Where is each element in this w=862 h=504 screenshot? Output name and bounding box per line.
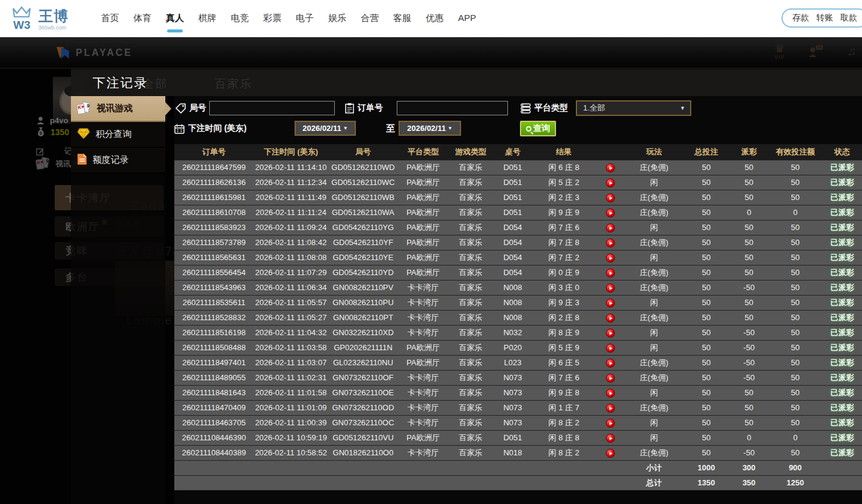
nav-item-lottery[interactable]: 彩票: [256, 7, 289, 30]
transfer-button[interactable]: 转账: [816, 13, 833, 23]
site-logo[interactable]: W3 王博 365wb.com: [8, 5, 69, 32]
bet-records-table: 订单号 下注时间 (美东) 局号 平台类型 游戏类型 桌号 结果 玩法 总投注 …: [174, 144, 862, 490]
table-row: 2602111184704092026-02-11 11:01:09GN0732…: [174, 400, 862, 415]
modal-title-bar: 下注记录 全部 百家乐: [71, 69, 862, 96]
gem-icon: [77, 128, 90, 141]
replay-button[interactable]: [606, 254, 615, 263]
replay-button[interactable]: [606, 419, 615, 428]
calendar-icon: [174, 124, 185, 134]
subtotal-row: 小计 1000 300 900: [174, 460, 862, 475]
table-row: 2602111185084882026-02-11 11:03:58GP0202…: [174, 340, 862, 355]
nav-item-esports[interactable]: 电竞: [224, 7, 256, 30]
replay-button[interactable]: [606, 163, 615, 172]
music-icon[interactable]: ♫: [842, 45, 862, 57]
replay-button[interactable]: [606, 434, 615, 443]
replay-button[interactable]: [606, 299, 615, 308]
date-to-picker[interactable]: 2026/02/11▼: [399, 121, 461, 136]
replay-button[interactable]: [606, 449, 615, 458]
replay-button[interactable]: [606, 193, 615, 202]
vip-icon[interactable]: ♛VIP: [769, 42, 790, 60]
brand-domain: 365wb.com: [38, 25, 69, 31]
date-from-picker[interactable]: 2026/02/11▼: [295, 121, 356, 136]
table-row: 2602111184890552026-02-11 11:02:31GN0732…: [174, 370, 862, 385]
nav-item-sports[interactable]: 体育: [126, 7, 159, 30]
cards-icon: 9K♥: [36, 157, 50, 171]
order-no-label: 订单号: [358, 103, 383, 114]
filter-panel: 局号 订单号: [174, 96, 862, 144]
nav-item-service[interactable]: 客服: [386, 7, 418, 30]
bg-lobby-tab-all: 全部: [142, 76, 168, 92]
deposit-button[interactable]: 存款: [792, 13, 809, 23]
nav-item-entertainment[interactable]: 娱乐: [321, 7, 353, 30]
table-row: 2602111185439632026-02-11 11:06:34GN0082…: [174, 280, 862, 295]
round-no-label: 局号: [189, 103, 206, 114]
nav-item-slots[interactable]: 电子: [289, 7, 321, 30]
col-result: 结果: [533, 144, 595, 160]
platform-type-select[interactable]: 1.全部▼: [576, 100, 691, 116]
clipboard-icon: [345, 103, 354, 114]
replay-button[interactable]: [606, 359, 615, 368]
grand-total-payout: 350: [730, 475, 768, 490]
grand-total-valid-bet: 1250: [768, 475, 822, 490]
replay-button[interactable]: [606, 404, 615, 413]
nav-item-promo[interactable]: 优惠: [418, 7, 451, 30]
subtotal-valid-bet: 900: [768, 460, 822, 475]
round-no-input[interactable]: [209, 101, 335, 115]
replay-button[interactable]: [606, 284, 615, 293]
grand-total-total-bet: 1350: [683, 475, 730, 490]
col-platform: 平台类型: [398, 144, 448, 160]
balance-value: 1350: [50, 127, 69, 137]
replay-button[interactable]: [606, 344, 615, 353]
tag-icon: [176, 103, 186, 114]
table-row: 2602111185161982026-02-11 11:04:32GN0322…: [174, 325, 862, 340]
sidebar-item-quota-records[interactable]: 额度记录: [71, 148, 165, 174]
sidebar-item-points-inquiry[interactable]: 积分查询: [71, 122, 165, 148]
table-row: 2602111184816432026-02-11 11:01:58GN0732…: [174, 385, 862, 400]
order-no-input[interactable]: [397, 101, 508, 115]
grand-total-label: 总计: [625, 475, 683, 490]
col-bet-time: 下注时间 (美东): [254, 144, 328, 160]
balance-row: $ 1350: [36, 127, 69, 137]
nav-item-home[interactable]: 首页: [94, 7, 126, 30]
search-button[interactable]: 查询: [520, 121, 556, 136]
table-row: 2602111185564542026-02-11 11:07:29GD0542…: [174, 265, 862, 280]
replay-button[interactable]: [606, 269, 615, 278]
table-row: 2602111186475992026-02-11 11:14:10GD0512…: [174, 160, 862, 175]
table-row: 2602111184637052026-02-11 11:00:39GN0732…: [174, 415, 862, 430]
modal-sidebar: 9K♥ 视讯游戏 积分查询: [71, 96, 165, 504]
table-row: 2602111185737892026-02-11 11:08:42GD0542…: [174, 235, 862, 250]
subtotal-total-bet: 1000: [683, 460, 730, 475]
replay-button[interactable]: [606, 208, 615, 217]
modal-content: 局号 订单号: [174, 96, 862, 504]
table-header-row: 订单号 下注时间 (美东) 局号 平台类型 游戏类型 桌号 结果 玩法 总投注 …: [174, 144, 862, 160]
customer-service-icon[interactable]: [805, 44, 826, 59]
col-game-type: 游戏类型: [448, 144, 493, 160]
bet-time-label: 下注时间 (美东): [188, 123, 246, 134]
playace-mark-icon: [55, 45, 71, 61]
withdraw-button[interactable]: 取款: [840, 13, 857, 23]
col-table-no: 桌号: [493, 144, 533, 160]
replay-button[interactable]: [606, 178, 615, 187]
table-row: 2602111186261362026-02-11 11:12:34GD0512…: [174, 175, 862, 190]
nav-item-app[interactable]: APP: [451, 7, 483, 30]
replay-button[interactable]: [606, 374, 615, 383]
replay-button[interactable]: [606, 389, 615, 398]
bg-lobby-tab-baccarat: 百家乐: [215, 76, 252, 92]
replay-button[interactable]: [606, 314, 615, 323]
sidebar-empty-area: [71, 174, 165, 504]
nav-item-partner[interactable]: 合营: [353, 7, 386, 30]
edit-icon: [36, 148, 44, 156]
col-play-type: 玩法: [625, 144, 683, 160]
replay-button[interactable]: [606, 223, 615, 232]
platform-type-icon: [521, 103, 531, 114]
cards-icon: 9K♥: [77, 102, 91, 115]
replay-button[interactable]: [606, 238, 615, 247]
replay-button[interactable]: [606, 329, 615, 338]
provider-header: PLAYACE ♛VIP ♫: [0, 37, 862, 68]
table-row: 2602111084463902026-02-11 10:59:19GD0512…: [174, 430, 862, 445]
user-icon: [36, 116, 45, 125]
nav-item-board[interactable]: 棋牌: [191, 7, 224, 30]
sidebar-item-video-games[interactable]: 9K♥ 视讯游戏: [71, 96, 165, 122]
nav-item-live[interactable]: 真人: [159, 7, 191, 30]
svg-text:W3: W3: [13, 19, 31, 31]
